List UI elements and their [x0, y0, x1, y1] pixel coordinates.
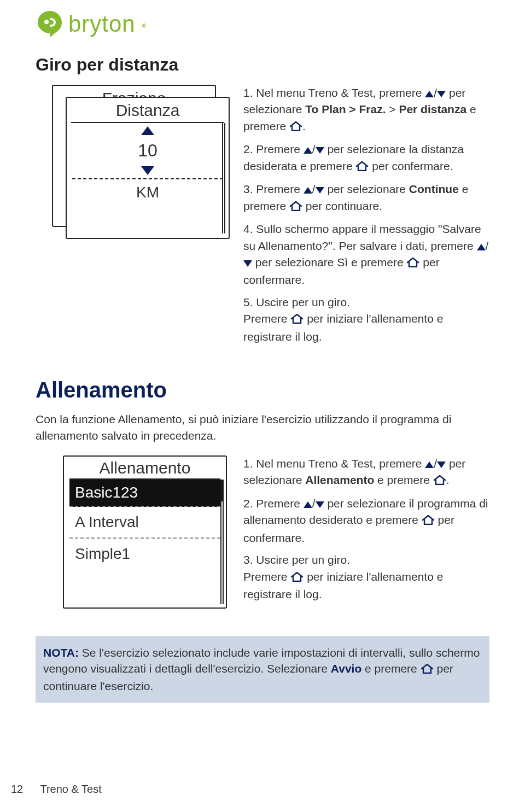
list-item: A Interval: [69, 507, 220, 539]
step-3: 3. Premere / per selezionare Continue e …: [243, 181, 489, 215]
page-footer: 12 Treno & Test: [11, 783, 102, 796]
home-icon: [289, 119, 302, 136]
triangle-down-icon: [316, 147, 324, 154]
triangle-up-icon: [304, 187, 312, 194]
note-box: NOTA: Se l'esercizio selezionato include…: [36, 636, 489, 703]
device-illustration-1: Frazione Distanza 10 KM: [36, 85, 227, 249]
device2-list: Basic123 A Interval Simple1: [69, 478, 220, 569]
triangle-up-icon: [304, 501, 312, 508]
note-label: NOTA:: [43, 646, 79, 659]
section2-columns: Allenamento Basic123 A Interval Simple1 …: [36, 455, 489, 609]
home-icon: [406, 255, 419, 272]
brand-logo: bryton ®: [36, 10, 489, 38]
home-icon: [433, 473, 446, 489]
section1-columns: Frazione Distanza 10 KM 1. Nel menu Tren…: [36, 85, 489, 350]
device2-title: Allenamento: [64, 457, 226, 478]
triangle-up-icon: [304, 147, 312, 154]
device-illustration-2: Allenamento Basic123 A Interval Simple1: [63, 455, 227, 609]
footer-section: Treno & Test: [40, 783, 101, 795]
device-unit: KM: [67, 182, 229, 203]
list-item: Simple1: [69, 539, 220, 569]
triangle-up-icon: [141, 126, 154, 135]
triangle-up-icon: [425, 91, 434, 97]
step-5: 5. Uscire per un giro. Premere per inizi…: [243, 294, 489, 345]
home-icon: [290, 570, 304, 586]
brand-registered: ®: [142, 23, 146, 29]
triangle-down-icon: [243, 260, 252, 267]
section2-title: Allenamento: [36, 378, 489, 402]
step-4: 4. Sullo schermo appare il messaggio "Sa…: [243, 221, 489, 289]
home-icon: [355, 159, 369, 176]
triangle-down-icon: [141, 166, 154, 175]
section2-intro: Con la funzione Allenamento, si può iniz…: [36, 411, 489, 443]
device-illustration-2-wrap: Allenamento Basic123 A Interval Simple1: [36, 455, 227, 609]
triangle-down-icon: [437, 91, 446, 97]
step-1: 1. Nel menu Treno & Test, premere / per …: [243, 85, 489, 136]
triangle-up-icon: [477, 244, 486, 250]
device2-scrollbar: [220, 480, 224, 604]
device-front: Distanza 10 KM: [66, 97, 230, 239]
home-icon: [421, 662, 434, 677]
device-value: 10: [67, 138, 229, 163]
home-icon: [290, 312, 304, 328]
list-item-selected: Basic123: [69, 480, 220, 507]
section1-title: Giro per distanza: [36, 55, 489, 75]
step-1: 1. Nel menu Treno & Test, premere / per …: [243, 455, 489, 490]
triangle-down-icon: [437, 462, 446, 468]
brand-logo-mark: [36, 10, 64, 38]
triangle-down-icon: [316, 187, 324, 194]
step-2: 2. Premere / per selezionare la distanza…: [243, 141, 489, 176]
triangle-down-icon: [316, 501, 324, 508]
page-number: 12: [11, 783, 23, 795]
triangle-up-icon: [425, 462, 434, 468]
brand-name: bryton: [68, 11, 136, 37]
svg-point-0: [44, 20, 49, 24]
device-scrollbar: [222, 123, 225, 233]
device-front-title: Distanza: [67, 98, 229, 122]
section1-steps: 1. Nel menu Treno & Test, premere / per …: [243, 85, 489, 350]
step-2: 2. Premere / per selezionare il programm…: [243, 495, 489, 546]
step-3: 3. Uscire per un giro. Premere per inizi…: [243, 552, 489, 603]
section2-steps: 1. Nel menu Treno & Test, premere / per …: [243, 455, 489, 609]
home-icon: [289, 199, 302, 215]
home-icon: [422, 513, 435, 529]
